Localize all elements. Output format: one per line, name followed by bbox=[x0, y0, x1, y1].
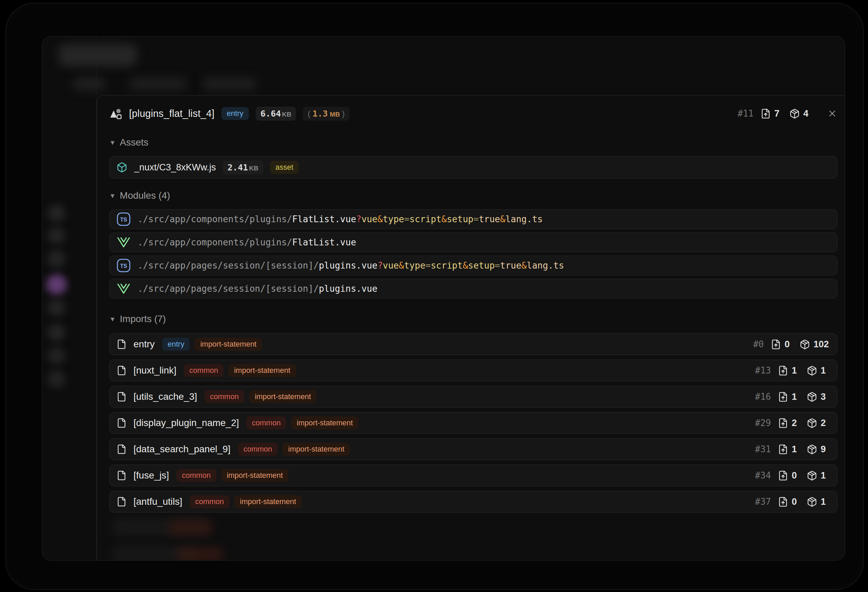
panel-header: [plugins_flat_list_4] entry 6.64KB (1.3M… bbox=[109, 103, 837, 124]
import-files-stat: 2 bbox=[778, 418, 800, 428]
asset-name: _nuxt/C3_8xKWw.js bbox=[134, 162, 216, 173]
import-packages-count: 1 bbox=[821, 470, 829, 481]
import-files-stat: 0 bbox=[771, 339, 793, 350]
common-badge: common bbox=[190, 495, 229, 508]
import-row[interactable]: [data_search_panel_9] commonimport-state… bbox=[109, 438, 837, 460]
file-icon bbox=[117, 470, 127, 481]
size-value: 6.64 bbox=[260, 109, 281, 118]
typescript-icon: TS bbox=[117, 258, 131, 273]
file-up-icon bbox=[771, 339, 781, 350]
import-packages-stat: 3 bbox=[807, 392, 829, 402]
import-name: [data_search_panel_9] bbox=[133, 444, 230, 454]
import-packages-stat: 102 bbox=[800, 339, 829, 350]
import-chunk-id: #13 bbox=[747, 366, 771, 376]
import-chunk-id: #31 bbox=[747, 444, 771, 454]
common-badge: common bbox=[247, 416, 286, 429]
import-name: [nuxt_link] bbox=[133, 365, 176, 376]
file-icon bbox=[117, 392, 127, 402]
assets-section-header[interactable]: ▼ Assets bbox=[109, 137, 837, 148]
blurred-sidebar-icon bbox=[48, 347, 65, 365]
shapes-icon bbox=[109, 107, 122, 120]
import-files-count: 0 bbox=[792, 470, 800, 481]
blurred-tab bbox=[129, 77, 187, 90]
blurred-background-badge bbox=[168, 520, 213, 535]
module-row[interactable]: TS ./src/app/pages/session/[session]/plu… bbox=[109, 256, 837, 275]
import-packages-stat: 1 bbox=[807, 366, 829, 376]
import-packages-stat: 9 bbox=[807, 444, 829, 454]
common-badge: common bbox=[238, 443, 278, 455]
file-icon bbox=[117, 418, 127, 428]
import-badge: import-statement bbox=[249, 390, 316, 403]
packages-stat: 4 bbox=[789, 108, 812, 119]
device-bezel: [plugins_flat_list_4] entry 6.64KB (1.3M… bbox=[6, 3, 864, 590]
import-row[interactable]: [fuse_js] commonimport-statement #34 0 1 bbox=[109, 465, 837, 486]
chunk-id: #11 bbox=[730, 108, 754, 118]
file-up-icon bbox=[778, 470, 788, 481]
import-badge: import-statement bbox=[291, 416, 358, 429]
asset-type-badge: asset bbox=[270, 161, 299, 173]
package-icon bbox=[807, 392, 817, 402]
import-row[interactable]: [display_plugin_name_2] commonimport-sta… bbox=[109, 412, 837, 434]
module-row[interactable]: ./src/app/pages/session/[session]/plugin… bbox=[109, 279, 837, 299]
asset-row[interactable]: _nuxt/C3_8xKWw.js 2.41KB asset bbox=[109, 156, 837, 179]
package-icon bbox=[807, 418, 817, 428]
file-icon bbox=[117, 444, 127, 454]
close-button[interactable] bbox=[827, 108, 837, 118]
blurred-sidebar-icon bbox=[48, 250, 65, 268]
import-files-count: 0 bbox=[785, 339, 793, 350]
package-icon bbox=[807, 444, 817, 454]
import-name: [antfu_utils] bbox=[133, 496, 182, 507]
app-window: [plugins_flat_list_4] entry 6.64KB (1.3M… bbox=[42, 36, 845, 561]
chunk-total-size-badge: (1.3MB) bbox=[303, 107, 349, 121]
import-chunk-id: #0 bbox=[740, 339, 764, 349]
modules-section-header[interactable]: ▼ Modules (4) bbox=[109, 190, 837, 201]
blurred-sidebar-icon-active bbox=[46, 274, 67, 295]
modules-list: TS ./src/app/components/plugins/FlatList… bbox=[109, 209, 837, 299]
asset-size-value: 2.41 bbox=[227, 163, 248, 172]
blurred-background-badge bbox=[177, 548, 223, 560]
import-row[interactable]: [nuxt_link] commonimport-statement #13 1… bbox=[109, 360, 837, 381]
entry-badge: entry bbox=[162, 338, 190, 350]
import-chunk-id: #34 bbox=[747, 470, 771, 481]
common-badge: common bbox=[205, 390, 244, 403]
blurred-sidebar-icon bbox=[48, 226, 65, 244]
typescript-icon: TS bbox=[117, 212, 131, 226]
blurred-sidebar-icon bbox=[48, 370, 65, 388]
imports-list: entry entryimport-statement #0 0 102 [nu… bbox=[109, 333, 837, 513]
import-badge: import-statement bbox=[283, 443, 350, 455]
packages-count: 4 bbox=[803, 108, 812, 119]
import-badges: commonimport-statement bbox=[205, 390, 316, 403]
import-row[interactable]: entry entryimport-statement #0 0 102 bbox=[109, 333, 837, 355]
import-name: entry bbox=[133, 339, 155, 350]
collapse-icon: ▼ bbox=[109, 315, 116, 323]
import-row[interactable]: [antfu_utils] commonimport-statement #37… bbox=[109, 491, 837, 513]
import-badges: commonimport-statement bbox=[190, 495, 301, 508]
module-path: ./src/app/components/plugins/FlatList.vu… bbox=[137, 237, 356, 247]
file-icon bbox=[117, 366, 127, 376]
chunk-detail-panel: [plugins_flat_list_4] entry 6.64KB (1.3M… bbox=[97, 95, 845, 560]
import-files-count: 2 bbox=[792, 418, 800, 428]
module-row[interactable]: TS ./src/app/components/plugins/FlatList… bbox=[109, 209, 837, 229]
import-row[interactable]: [utils_cache_3] commonimport-statement #… bbox=[109, 386, 837, 408]
blurred-sidebar-icon bbox=[48, 324, 65, 342]
assets-section-label: Assets bbox=[120, 137, 149, 148]
file-up-icon bbox=[778, 497, 788, 507]
imports-section-label: Imports (7) bbox=[120, 314, 166, 324]
import-name: [utils_cache_3] bbox=[133, 391, 197, 402]
asset-size-unit: KB bbox=[249, 164, 258, 172]
import-files-stat: 1 bbox=[778, 444, 800, 454]
module-row[interactable]: ./src/app/components/plugins/FlatList.vu… bbox=[109, 232, 837, 252]
blurred-tab bbox=[73, 77, 105, 90]
blurred-sidebar-icon bbox=[48, 299, 65, 317]
modules-section-label: Modules (4) bbox=[120, 190, 170, 201]
imports-section-header[interactable]: ▼ Imports (7) bbox=[109, 314, 837, 324]
total-size-value: 1.3 bbox=[312, 109, 328, 118]
module-path: ./src/app/pages/session/[session]/plugin… bbox=[137, 260, 564, 271]
svg-text:TS: TS bbox=[120, 263, 127, 269]
close-icon bbox=[827, 108, 837, 118]
asset-size-badge: 2.41KB bbox=[223, 161, 263, 175]
import-badges: commonimport-statement bbox=[238, 443, 350, 455]
import-badges: commonimport-statement bbox=[176, 469, 288, 482]
chunk-type-badge: entry bbox=[221, 107, 249, 120]
import-packages-count: 1 bbox=[821, 497, 829, 507]
